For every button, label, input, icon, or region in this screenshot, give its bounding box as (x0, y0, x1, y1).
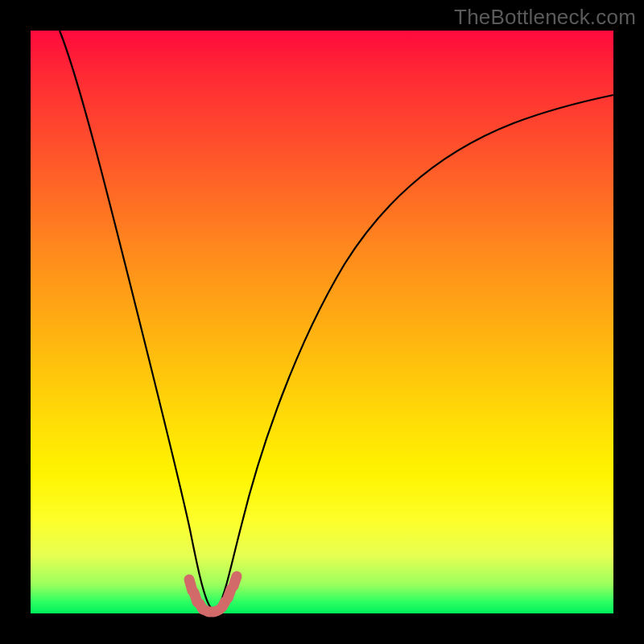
watermark-text: TheBottleneck.com (454, 5, 636, 30)
curve-layer (31, 31, 613, 613)
min-band-markers (189, 576, 237, 612)
plot-area (31, 31, 613, 613)
outer-frame: TheBottleneck.com (0, 0, 644, 644)
marker-dot (233, 576, 237, 586)
bottleneck-curve (60, 31, 613, 609)
marker-dot (228, 589, 231, 598)
